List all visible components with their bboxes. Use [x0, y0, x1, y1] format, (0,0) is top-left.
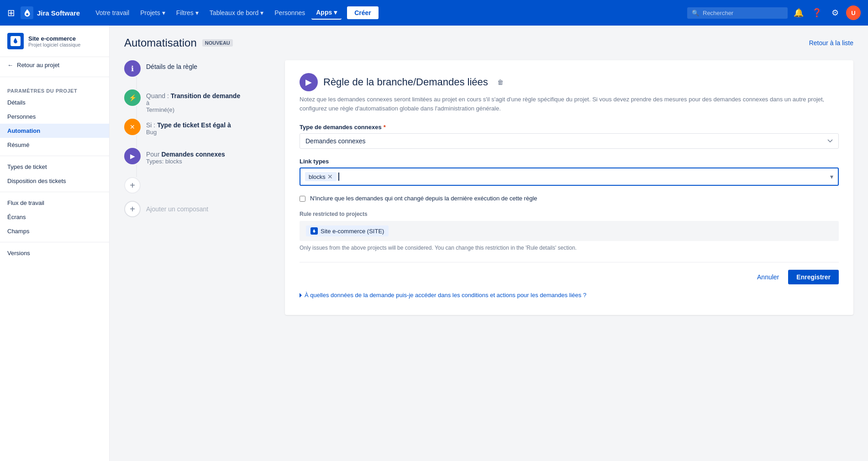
- topnav-filtres[interactable]: Filtres ▾: [172, 6, 203, 19]
- project-tag-name: Site e-commerce (SITE): [321, 228, 384, 235]
- topnav-apps[interactable]: Apps ▾: [311, 6, 342, 20]
- sidebar-item-resume[interactable]: Résumé: [0, 138, 109, 152]
- form-label-type: Type de demandes connexes *: [300, 124, 839, 131]
- detail-title: Règle de la branche/Demandes liées: [323, 76, 488, 88]
- step-action-content[interactable]: Pour Demandes connexes Types: blocks: [146, 148, 225, 165]
- step-condition: ✕ Si : Type de ticket Est égal à Bug: [124, 119, 270, 148]
- form-label-link-types: Link types: [300, 158, 839, 165]
- grid-icon[interactable]: ⊞: [7, 7, 15, 18]
- step-action-icon: ▶: [124, 148, 141, 164]
- delete-rule-icon[interactable]: 🗑: [497, 79, 504, 86]
- search-placeholder: Rechercher: [703, 10, 733, 16]
- text-cursor: [338, 173, 339, 181]
- detail-icon: ▶: [300, 73, 318, 91]
- link-types-input[interactable]: blocks ✕ ▾: [300, 168, 839, 186]
- step-connector-2: [136, 135, 137, 148]
- new-badge: NOUVEAU: [202, 39, 233, 47]
- user-avatar[interactable]: U: [846, 5, 861, 20]
- step-condition-name: Type de ticket Est égal à: [157, 121, 231, 129]
- add-component-row: + Ajouter un composant: [124, 201, 270, 217]
- step-trigger-sub2: Terminé(e): [146, 106, 240, 113]
- sidebar-project-type: Projet logiciel classique: [28, 42, 80, 47]
- save-button[interactable]: Enregistrer: [788, 270, 839, 284]
- step-connector-1: [136, 106, 137, 119]
- logo[interactable]: Jira Software: [21, 6, 80, 19]
- step-connector-0: [136, 77, 137, 89]
- accordion-label: À quelles données de la demande puis-je …: [305, 292, 586, 299]
- sidebar-item-personnes[interactable]: Personnes: [0, 110, 109, 124]
- sidebar-item-types-ticket[interactable]: Types de ticket: [0, 160, 109, 174]
- topnav-links: Votre travail Projets ▾ Filtres ▾ Tablea…: [91, 6, 684, 20]
- top-navigation: ⊞ Jira Software Votre travail Projets ▾ …: [0, 0, 868, 26]
- search-icon: 🔍: [692, 10, 699, 16]
- form-actions: Annuler Enregistrer: [300, 262, 839, 284]
- restricted-label: Rule restricted to projects: [300, 211, 839, 217]
- main-layout: Site e-commerce Projet logiciel classiqu…: [0, 26, 868, 461]
- step-condition-label: Si : Type de ticket Est égal à: [146, 121, 231, 129]
- add-component-label: Ajouter un composant: [146, 205, 208, 213]
- checkbox-row: N'inclure que les demandes qui ont chang…: [300, 195, 839, 202]
- checkbox-label[interactable]: N'inclure que les demandes qui ont chang…: [310, 195, 537, 202]
- step-trigger-content[interactable]: Quand : Transition de demande à Terminé(…: [146, 89, 240, 113]
- tag-remove-blocks[interactable]: ✕: [327, 173, 333, 180]
- project-icon: [7, 33, 24, 49]
- divider-2: [0, 156, 109, 156]
- form-group-type: Type de demandes connexes * Demandes con…: [300, 124, 839, 149]
- topnav-tableaux[interactable]: Tableaux de bord ▾: [205, 6, 268, 19]
- include-changed-checkbox[interactable]: [300, 196, 305, 202]
- sidebar-item-flux[interactable]: Flux de travail: [0, 196, 109, 210]
- topnav-projets[interactable]: Projets ▾: [136, 6, 170, 19]
- page-title-area: Automatisation NOUVEAU: [124, 37, 233, 49]
- step-trigger-label: Quand : Transition de demande: [146, 92, 240, 100]
- add-step-row: +: [124, 177, 270, 194]
- sidebar-item-details[interactable]: Détails: [0, 95, 109, 110]
- restricted-note: Only issues from the above projects will…: [300, 245, 839, 251]
- step-condition-icon: ✕: [124, 119, 141, 135]
- topnav-personnes[interactable]: Personnes: [270, 6, 310, 19]
- sidebar-project-name: Site e-commerce: [28, 35, 80, 42]
- topnav-votre-travail[interactable]: Votre travail: [91, 6, 134, 19]
- step-trigger-sub1: à: [146, 100, 240, 106]
- search-box[interactable]: 🔍 Rechercher: [687, 7, 788, 19]
- help-icon[interactable]: ❓: [810, 5, 824, 20]
- step-condition-prefix: Si :: [146, 121, 157, 129]
- sidebar-item-champs[interactable]: Champs: [0, 224, 109, 238]
- add-component-button[interactable]: +: [124, 201, 141, 217]
- sidebar-back-label: Retour au projet: [17, 62, 59, 68]
- restricted-section: Rule restricted to projects Site e-comme…: [300, 211, 839, 251]
- accordion-trigger[interactable]: À quelles données de la demande puis-je …: [300, 288, 839, 302]
- form-group-link-types: Link types blocks ✕ ▾: [300, 158, 839, 186]
- create-button[interactable]: Créer: [347, 6, 379, 19]
- jira-logo-icon: [21, 6, 33, 19]
- divider-3: [0, 192, 109, 192]
- main-content: Automatisation NOUVEAU Retour à la liste…: [110, 26, 868, 461]
- sidebar-project-info: Site e-commerce Projet logiciel classiqu…: [28, 35, 80, 47]
- add-step-button[interactable]: +: [124, 177, 141, 194]
- sidebar-item-versions[interactable]: Versions: [0, 246, 109, 260]
- notification-bell[interactable]: 🔔: [791, 5, 806, 20]
- step-action-name: Demandes connexes: [161, 151, 225, 158]
- project-tag: Site e-commerce (SITE): [306, 225, 389, 236]
- step-trigger-icon: ⚡: [124, 89, 141, 106]
- step-condition-content[interactable]: Si : Type de ticket Est égal à Bug: [146, 119, 231, 136]
- chevron-icon: [300, 293, 302, 298]
- restricted-projects-box: Site e-commerce (SITE): [300, 221, 839, 241]
- step-action-label: Pour Demandes connexes: [146, 151, 225, 158]
- accordion: À quelles données de la demande puis-je …: [300, 288, 839, 302]
- sidebar-project: Site e-commerce Projet logiciel classiqu…: [0, 26, 109, 57]
- page-header: Automatisation NOUVEAU Retour à la liste: [124, 37, 853, 49]
- workflow-area: ℹ Détails de la règle ⚡ Quand: [124, 60, 853, 315]
- type-demandes-select[interactable]: Demandes connexes: [300, 133, 839, 149]
- topnav-right: 🔍 Rechercher 🔔 ❓ ⚙ U: [687, 5, 861, 20]
- step-action: ▶ Pour Demandes connexes Types: blocks: [124, 148, 270, 177]
- sidebar-back-button[interactable]: ← Retour au projet: [0, 57, 109, 73]
- back-to-list-link[interactable]: Retour à la liste: [809, 39, 853, 47]
- sidebar-item-automation[interactable]: Automation: [0, 124, 109, 138]
- sidebar-item-disposition[interactable]: Disposition des tickets: [0, 174, 109, 188]
- settings-icon[interactable]: ⚙: [828, 5, 842, 20]
- step-details-content[interactable]: Détails de la règle: [146, 60, 197, 70]
- logo-text: Jira Software: [37, 9, 80, 17]
- step-action-prefix: Pour: [146, 151, 161, 158]
- sidebar-item-ecrans[interactable]: Écrans: [0, 210, 109, 224]
- cancel-button[interactable]: Annuler: [752, 270, 784, 284]
